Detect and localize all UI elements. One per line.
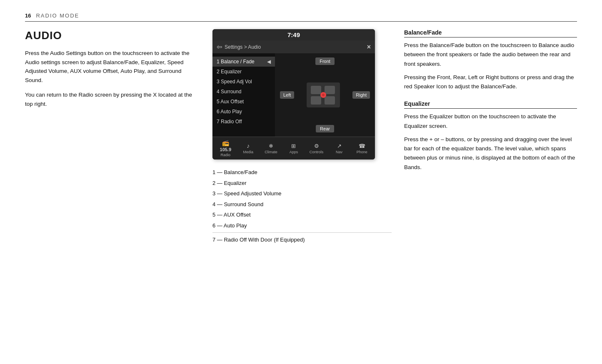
left-column: AUDIO Press the Audio Settings button on… [25,29,200,352]
screen-time: 7:49 [287,31,300,38]
balance-fade-para-1: Press the Balance/Fade button on the tou… [404,41,577,69]
apps-label: Apps [290,150,298,154]
caption-4: 4 — Surround Sound [212,199,392,210]
menu-item-3[interactable]: 3 Speed Adj Vol [212,77,275,87]
close-icon[interactable]: × [367,43,371,51]
menu-item-5[interactable]: 5 Aux Offset [212,97,275,107]
rear-button[interactable]: Rear [316,125,334,132]
screen-nav-bar: ⇦ Settings > Audio × [212,40,375,53]
screen-bottom-nav: 📻 105.9 Radio ♪ Media ❄ Climate ⊞ App [212,137,375,160]
balance-fade-title: Balance/Fade [404,29,577,37]
media-label: Media [243,150,254,154]
caption-7: 7 — Radio Off With Door (If Equipped) [212,232,392,245]
nav-radio[interactable]: 📻 105.9 Radio [217,140,234,157]
screen-body: 1 Balance / Fade ◀ 2 Equalizer 3 Speed A… [212,53,375,137]
right-column: Balance/Fade Press the Balance/Fade butt… [404,29,577,352]
description-2: You can return to the Radio screen by pr… [25,90,200,108]
page: 16 RADIO MODE AUDIO Press the Audio Sett… [0,0,602,364]
speaker-graphic [307,82,340,107]
balance-fade-section: Balance/Fade Press the Balance/Fade butt… [404,29,577,91]
description-1: Press the Audio Settings button on the t… [25,49,200,85]
svg-rect-1 [325,86,335,94]
nav-breadcrumb: Settings > Audio [225,44,261,50]
screen-top-bar: 7:49 [212,29,375,40]
caption-5: 5 — AUX Offset [212,209,392,220]
front-button[interactable]: Front [315,57,335,65]
nav-icon: ↗ [337,143,342,149]
section-title: AUDIO [25,29,200,42]
radio-label: Radio [221,153,231,157]
menu-item-1[interactable]: 1 Balance / Fade ◀ [212,57,275,67]
svg-rect-2 [311,96,321,105]
content-area: AUDIO Press the Audio Settings button on… [25,29,577,352]
menu-item-1-arrow: ◀ [267,59,271,65]
radio-icon: 📻 [222,140,229,146]
controls-icon: ⚙ [314,143,319,149]
nav-left: ⇦ Settings > Audio [217,43,261,51]
climate-label: Climate [265,150,277,154]
equalizer-section: Equalizer Press the Equalizer button on … [404,100,577,172]
balance-middle-row: Left [280,82,370,107]
climate-icon: ❄ [269,143,273,149]
speaker-svg [309,84,338,107]
nav-climate[interactable]: ❄ Climate [262,143,279,154]
nav-controls[interactable]: ⚙ Controls [308,143,325,154]
menu-list: 1 Balance / Fade ◀ 2 Equalizer 3 Speed A… [212,53,275,137]
middle-column: 7:49 ⇦ Settings > Audio × 1 Balance / [212,29,392,352]
caption-1: 1 — Balance/Fade [212,167,392,178]
nav-phone[interactable]: ☎ Phone [354,143,370,154]
svg-rect-3 [325,96,335,105]
menu-item-7[interactable]: 7 Radio Off [212,117,275,127]
menu-item-4[interactable]: 4 Surround [212,87,275,97]
caption-6: 6 — Auto Play [212,220,392,231]
nav-nav[interactable]: ↗ Nav [331,143,347,154]
equalizer-title: Equalizer [404,100,577,109]
controls-label: Controls [310,150,324,154]
svg-point-5 [322,94,325,96]
nav-apps[interactable]: ⊞ Apps [285,143,302,154]
balance-fade-para-2: Pressing the Front, Rear, Left or Right … [404,73,577,92]
caption-list: 1 — Balance/Fade 2 — Equalizer 3 — Speed… [212,167,392,245]
phone-label: Phone [357,150,367,154]
caption-3: 3 — Speed Adjusted Volume [212,188,392,199]
right-button[interactable]: Right [352,91,370,99]
apps-icon: ⊞ [291,143,296,149]
page-number: 16 [25,12,31,19]
phone-icon: ☎ [359,143,365,149]
media-icon: ♪ [247,142,250,149]
menu-item-6[interactable]: 6 Auto Play [212,107,275,117]
page-header: 16 RADIO MODE [25,12,577,22]
equalizer-para-2: Press the + or – buttons, or by pressing… [404,135,577,172]
caption-2: 2 — Equalizer [212,178,392,189]
radio-freq: 105.9 [220,147,232,152]
screen-mockup: 7:49 ⇦ Settings > Audio × 1 Balance / [212,29,375,160]
nav-media[interactable]: ♪ Media [240,142,257,154]
equalizer-para-1: Press the Equalizer button on the touchs… [404,112,577,131]
svg-rect-0 [311,86,321,94]
left-button[interactable]: Left [280,91,294,99]
menu-item-2[interactable]: 2 Equalizer [212,67,275,77]
section-label: RADIO MODE [36,12,79,19]
back-icon[interactable]: ⇦ [217,43,222,51]
balance-area: Front Left [275,53,375,137]
nav-nav-label: Nav [336,150,342,154]
